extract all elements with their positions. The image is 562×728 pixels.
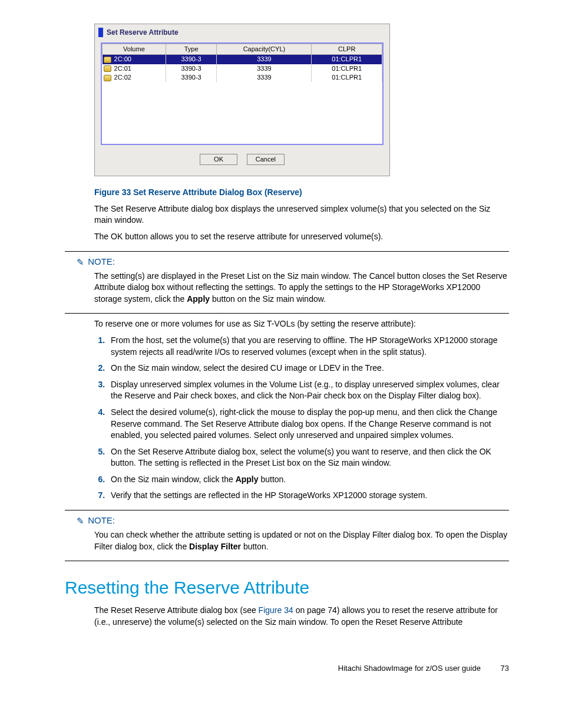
col-volume: Volume bbox=[103, 44, 166, 54]
cancel-button[interactable]: Cancel bbox=[247, 154, 285, 165]
drive-icon bbox=[104, 57, 111, 63]
divider bbox=[65, 251, 509, 252]
step-4: Select the desired volume(s), right-clic… bbox=[107, 407, 509, 442]
dialog-title-bar: Set Reserve Attribute bbox=[95, 24, 389, 40]
footer-text: Hitachi ShadowImage for z/OS user guide bbox=[338, 664, 481, 673]
step-6: On the Siz main window, click the Apply … bbox=[107, 474, 509, 486]
divider bbox=[65, 510, 509, 510]
figure-xref-link[interactable]: Figure 34 bbox=[259, 605, 293, 615]
divider bbox=[65, 313, 509, 314]
step-1: From the host, set the volume(s) that yo… bbox=[107, 335, 509, 358]
divider bbox=[65, 561, 509, 561]
volume-table-wrap: Volume Type Capacity(CYL) CLPR 2C:003390… bbox=[101, 42, 384, 145]
step-7: Verify that the settings are reflected i… bbox=[107, 490, 509, 502]
title-marker-icon bbox=[98, 28, 103, 37]
col-capacity: Capacity(CYL) bbox=[217, 44, 312, 54]
dialog-button-row: OK Cancel bbox=[95, 153, 389, 165]
section-heading: Resetting the Reserve Attribute bbox=[65, 575, 509, 600]
volume-table[interactable]: Volume Type Capacity(CYL) CLPR 2C:003390… bbox=[102, 44, 382, 83]
table-row[interactable]: 2C:013390-3333901:CLPR1 bbox=[103, 64, 382, 73]
step-3: Display unreserved simplex volumes in th… bbox=[107, 379, 509, 402]
body-para-2: The OK button allows you to set the rese… bbox=[94, 231, 509, 243]
note-icon: ✎ bbox=[77, 256, 84, 268]
note-body-1: The setting(s) are displayed in the Pres… bbox=[94, 271, 509, 305]
page-number: 73 bbox=[501, 663, 509, 674]
note-body-2: You can check whether the attribute sett… bbox=[94, 529, 509, 552]
table-row[interactable]: 2C:003390-3333901:CLPR1 bbox=[103, 55, 382, 64]
body-para-1: The Set Reserve Attribute dialog box dis… bbox=[94, 203, 509, 226]
figure-caption: Figure 33 Set Reserve Attribute Dialog B… bbox=[94, 187, 509, 199]
drive-icon bbox=[104, 75, 111, 81]
page-footer: Hitachi ShadowImage for z/OS user guide … bbox=[65, 663, 509, 674]
section-para: The Reset Reserve Attribute dialog box (… bbox=[94, 605, 509, 628]
step-5: On the Set Reserve Attribute dialog box,… bbox=[107, 446, 509, 469]
ok-button[interactable]: OK bbox=[200, 154, 237, 165]
note-heading: ✎ NOTE: bbox=[77, 255, 509, 268]
col-type: Type bbox=[166, 44, 217, 54]
set-reserve-attribute-dialog: Set Reserve Attribute Volume Type Capaci… bbox=[94, 24, 390, 176]
note-label: NOTE: bbox=[88, 256, 115, 266]
note-icon: ✎ bbox=[77, 515, 84, 527]
table-header-row: Volume Type Capacity(CYL) CLPR bbox=[103, 44, 382, 54]
procedure-steps: From the host, set the volume(s) that yo… bbox=[94, 335, 509, 502]
drive-icon bbox=[104, 65, 111, 72]
table-row[interactable]: 2C:023390-3333901:CLPR1 bbox=[103, 73, 382, 82]
note-heading: ✎ NOTE: bbox=[77, 514, 509, 527]
col-clpr: CLPR bbox=[312, 44, 382, 54]
body-para-3: To reserve one or more volumes for use a… bbox=[94, 318, 509, 330]
step-2: On the Siz main window, select the desir… bbox=[107, 363, 509, 374]
dialog-title: Set Reserve Attribute bbox=[107, 28, 178, 38]
note-label: NOTE: bbox=[88, 515, 115, 525]
